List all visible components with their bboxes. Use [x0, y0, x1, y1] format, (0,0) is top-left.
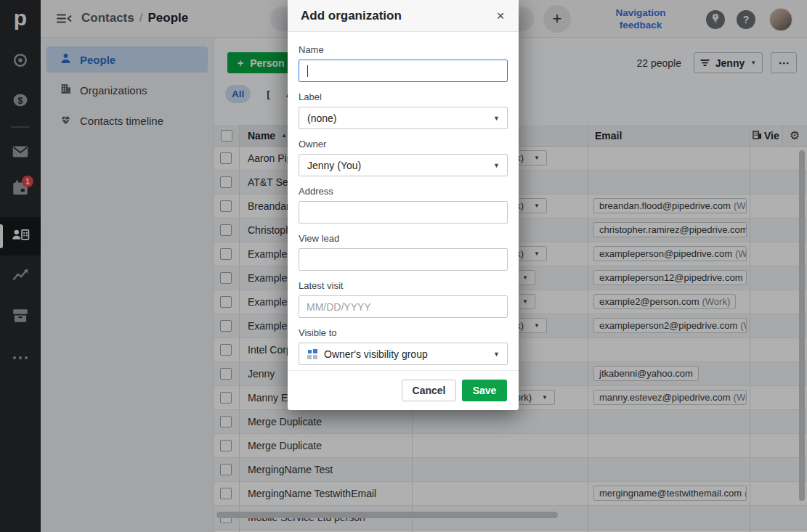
view-lead-field-group: View lead [299, 233, 508, 271]
label-select[interactable]: (none) ▼ [299, 107, 508, 129]
organization-name-input[interactable] [299, 60, 508, 82]
modal-title: Add organization [301, 9, 402, 23]
name-label: Name [299, 44, 508, 55]
cancel-button[interactable]: Cancel [402, 380, 456, 401]
label-field-group: Label (none) ▼ [299, 91, 508, 129]
owner-field-group: Owner Jenny (You) ▼ [299, 139, 508, 176]
owner-select[interactable]: Jenny (You) ▼ [299, 154, 508, 176]
address-label: Address [299, 186, 508, 197]
modal-footer: Cancel Save [288, 370, 519, 410]
visible-to-field-group: Visible to Owner's visibility group ▼ [299, 327, 508, 365]
text-cursor [307, 65, 308, 77]
modal-header: Add organization × [288, 0, 519, 32]
visible-to-select[interactable]: Owner's visibility group ▼ [299, 343, 508, 365]
visibility-group-icon [307, 349, 317, 359]
chevron-down-icon: ▼ [493, 351, 500, 358]
modal-body: Name Label (none) ▼ Owner Jenny (You) ▼ … [288, 32, 519, 375]
owner-label: Owner [299, 139, 508, 150]
save-button[interactable]: Save [462, 380, 507, 401]
latest-visit-field-group: Latest visit [299, 280, 508, 318]
add-organization-modal: Add organization × Name Label (none) ▼ O… [288, 0, 519, 410]
close-icon[interactable]: × [492, 7, 509, 25]
address-input[interactable] [299, 201, 508, 224]
view-lead-label: View lead [299, 233, 508, 244]
name-field-group: Name [299, 44, 508, 82]
address-field-group: Address [299, 186, 508, 224]
label-label: Label [299, 91, 508, 102]
chevron-down-icon: ▼ [493, 162, 500, 169]
view-lead-input[interactable] [299, 248, 508, 271]
latest-visit-input[interactable] [299, 295, 508, 318]
latest-visit-label: Latest visit [299, 280, 508, 291]
visible-to-label: Visible to [299, 327, 508, 338]
chevron-down-icon: ▼ [493, 115, 500, 122]
